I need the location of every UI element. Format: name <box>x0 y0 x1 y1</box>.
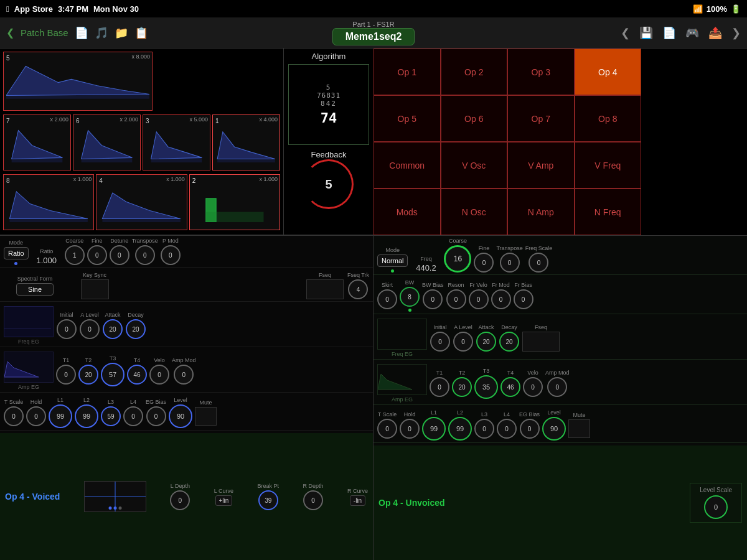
rcurve-btn[interactable]: -lin <box>350 495 365 506</box>
mute-btn-u[interactable] <box>568 419 590 438</box>
t1-knob-u[interactable]: 0 <box>430 377 449 397</box>
l2-knob-u[interactable]: 99 <box>448 417 472 441</box>
l1-knob-v[interactable]: 99 <box>49 404 72 428</box>
t4-knob-v[interactable]: 46 <box>127 365 147 385</box>
initial-knob-v[interactable]: 0 <box>57 319 77 339</box>
frbias-knob[interactable]: 0 <box>514 289 533 309</box>
alevel-knob-v[interactable]: 0 <box>80 319 100 339</box>
grid-op2[interactable]: Op 2 <box>441 49 508 95</box>
op3-box[interactable]: 3 x 5.000 <box>143 114 210 170</box>
attack-knob-v[interactable]: 20 <box>103 319 123 339</box>
frmod-knob[interactable]: 0 <box>491 289 511 309</box>
t2-knob-u[interactable]: 20 <box>452 377 472 397</box>
coarse-knob-u[interactable]: 16 <box>444 245 471 273</box>
l2-knob-v[interactable]: 99 <box>75 404 98 428</box>
nav-icon-6[interactable]: 📄 <box>662 26 676 40</box>
coarse-knob-v[interactable]: 1 <box>65 245 85 265</box>
t4-knob-u[interactable]: 46 <box>500 377 520 397</box>
op4-box[interactable]: 4 x 1.000 <box>96 174 187 230</box>
l3-knob-v[interactable]: 59 <box>101 406 121 426</box>
fseq-input-u[interactable] <box>522 332 560 352</box>
grid-op1[interactable]: Op 1 <box>374 49 441 95</box>
t3-knob-v[interactable]: 57 <box>101 363 125 386</box>
freqscale-knob-u[interactable]: 0 <box>529 253 548 273</box>
op8-box[interactable]: 8 x 1.000 <box>3 174 94 230</box>
feedback-knob[interactable]: 5 <box>304 159 354 209</box>
grid-vosc[interactable]: V Osc <box>441 142 508 189</box>
tscale-knob-u[interactable]: 0 <box>377 419 397 439</box>
t1-knob-v[interactable]: 0 <box>56 365 76 385</box>
hold-knob-v[interactable]: 0 <box>26 406 46 426</box>
op2-box[interactable]: 2 x 1.000 <box>189 174 280 230</box>
spectral-form-btn[interactable]: Sine <box>16 283 54 296</box>
op5-box[interactable]: 5 x 8.000 <box>3 52 153 111</box>
grid-op5[interactable]: Op 5 <box>374 95 441 142</box>
grid-op8[interactable]: Op 8 <box>575 95 642 142</box>
grid-common[interactable]: Common <box>374 142 441 189</box>
velo-knob-v[interactable]: 0 <box>149 365 169 385</box>
fine-knob-v[interactable]: 0 <box>87 245 107 265</box>
fine-knob-u[interactable]: 0 <box>474 253 494 273</box>
grid-op4[interactable]: Op 4 <box>575 49 642 95</box>
l1-knob-u[interactable]: 99 <box>422 417 446 441</box>
t3-knob-u[interactable]: 35 <box>474 375 498 399</box>
nav-icon-5[interactable]: 💾 <box>639 26 653 40</box>
grid-nosc[interactable]: N Osc <box>441 189 508 235</box>
grid-vamp[interactable]: V Amp <box>507 142 575 189</box>
grid-op7[interactable]: Op 7 <box>507 95 575 142</box>
transpose-knob-u[interactable]: 0 <box>500 253 520 273</box>
level-scale-knob[interactable]: 0 <box>704 495 728 519</box>
amp-mod-knob-u[interactable]: 0 <box>547 377 567 397</box>
decay-knob-u[interactable]: 20 <box>499 332 519 352</box>
tscale-knob-v[interactable]: 0 <box>4 406 24 426</box>
grid-op3[interactable]: Op 3 <box>507 49 575 95</box>
initial-knob-u[interactable]: 0 <box>430 332 450 352</box>
key-sync-input[interactable] <box>81 279 109 299</box>
nav-icon-3[interactable]: 📁 <box>115 26 128 40</box>
next-button[interactable]: ❯ <box>731 26 741 40</box>
prev-button[interactable]: ❮ <box>621 26 630 40</box>
grid-mods[interactable]: Mods <box>374 189 441 235</box>
reson-knob[interactable]: 0 <box>446 289 466 309</box>
fseq-trk-knob[interactable]: 4 <box>348 279 368 299</box>
fseq-input-v[interactable] <box>306 279 344 299</box>
level-knob-v[interactable]: 90 <box>169 404 192 428</box>
grid-namp[interactable]: N Amp <box>507 189 575 235</box>
t2-knob-v[interactable]: 20 <box>78 365 98 385</box>
mode-btn-v[interactable]: Ratio <box>4 247 29 259</box>
grid-nfreq[interactable]: N Freq <box>575 189 642 235</box>
crosshair-v[interactable] <box>84 481 146 512</box>
egbias-knob-u[interactable]: 0 <box>520 419 540 439</box>
amp-mod-knob-v[interactable]: 0 <box>174 365 194 385</box>
alevel-knob-u[interactable]: 0 <box>453 332 473 352</box>
l4-knob-u[interactable]: 0 <box>497 419 517 439</box>
hold-knob-u[interactable]: 0 <box>400 419 420 439</box>
bw-knob[interactable]: 8 <box>400 287 420 307</box>
detune-knob-v[interactable]: 0 <box>110 245 129 265</box>
l4-knob-v[interactable]: 0 <box>123 406 143 426</box>
nav-icon-8[interactable]: 📤 <box>708 26 722 40</box>
op6-box[interactable]: 6 x 2.000 <box>73 114 141 170</box>
breakpt-knob[interactable]: 39 <box>258 490 278 510</box>
ldepth-knob[interactable]: 0 <box>170 490 190 510</box>
decay-knob-v[interactable]: 20 <box>126 319 146 339</box>
nav-icon-4[interactable]: 📋 <box>134 26 148 40</box>
l3-knob-u[interactable]: 0 <box>474 419 494 439</box>
mode-btn-u[interactable]: Normal <box>377 254 408 267</box>
frvelo-knob[interactable]: 0 <box>469 289 489 309</box>
back-button[interactable]: ❮ <box>6 27 14 39</box>
op1-box[interactable]: 1 x 4.000 <box>212 114 280 170</box>
level-knob-u[interactable]: 90 <box>542 417 566 441</box>
nav-icon-1[interactable]: 📄 <box>75 26 88 40</box>
pmod-knob-v[interactable]: 0 <box>161 245 181 265</box>
skirt-knob[interactable]: 0 <box>377 289 397 309</box>
bwbias-knob[interactable]: 0 <box>423 289 443 309</box>
op7-box[interactable]: 7 x 2.000 <box>3 114 71 170</box>
mute-btn-v[interactable] <box>195 407 217 426</box>
grid-vfreq[interactable]: V Freq <box>575 142 642 189</box>
grid-op6[interactable]: Op 6 <box>441 95 508 142</box>
lcurve-btn[interactable]: +lin <box>215 495 233 506</box>
rdepth-knob[interactable]: 0 <box>303 490 323 510</box>
egbias-knob-v[interactable]: 0 <box>146 406 166 426</box>
nav-icon-7[interactable]: 🎮 <box>685 26 699 40</box>
